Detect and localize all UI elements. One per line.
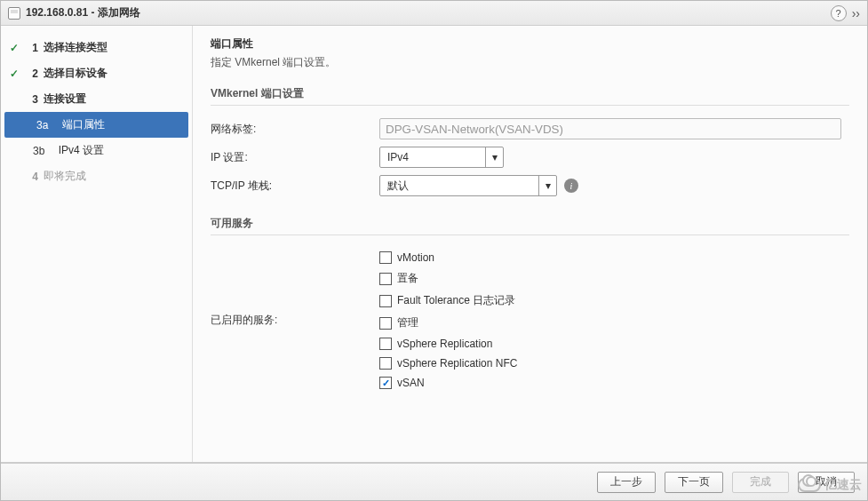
row-enabled-services: 已启用的服务: vMotion 置备 Fault Tolerance 日志 [211, 244, 849, 396]
step-label: 端口属性 [62, 117, 105, 132]
step-number: 1 [26, 42, 38, 54]
row-tcpip-stack: TCP/IP 堆栈: 默认 ▾ i [211, 171, 849, 200]
step-label: 连接设置 [44, 91, 86, 107]
tcpip-stack-select[interactable]: 默认 ▾ [379, 175, 557, 196]
service-ft: Fault Tolerance 日志记录 [379, 290, 849, 312]
chevron-down-icon: ▾ [485, 147, 503, 167]
step-ready-complete: ✓ 4 即将完成 [1, 163, 192, 189]
host-icon [8, 7, 20, 20]
page-description: 指定 VMkernel 端口设置。 [211, 55, 849, 70]
next-button[interactable]: 下一页 [665, 472, 723, 493]
info-icon[interactable]: i [564, 179, 578, 193]
step-number: 3b [33, 145, 44, 157]
label-enabled-services: 已启用的服务: [211, 313, 379, 328]
service-label: 置备 [397, 271, 418, 286]
titlebar: 192.168.0.81 - 添加网络 ? ›› [1, 1, 867, 26]
step-label: 选择连接类型 [44, 40, 108, 55]
service-mgmt: 管理 [379, 312, 849, 334]
page-title: 端口属性 [211, 36, 849, 52]
checkbox-ft[interactable] [379, 295, 392, 307]
service-vrnfc: vSphere Replication NFC [379, 354, 849, 373]
select-value: 默认 [380, 179, 538, 194]
label-network-label: 网络标签: [211, 122, 379, 137]
checkbox-vr[interactable] [379, 338, 392, 350]
service-label: Fault Tolerance 日志记录 [397, 293, 515, 308]
checkbox-vmotion[interactable] [379, 251, 392, 264]
row-network-label: 网络标签: [211, 115, 849, 143]
cancel-button[interactable]: 取消 [798, 472, 855, 493]
wizard-window: 192.168.0.81 - 添加网络 ? ›› ✓ 1 选择连接类型 ✓ 2 … [0, 0, 868, 501]
step-label: IPv4 设置 [59, 143, 104, 158]
wizard-footer: 上一步 下一页 完成 取消 [1, 463, 867, 500]
checkbox-mgmt[interactable] [379, 317, 392, 330]
label-tcpip-stack: TCP/IP 堆栈: [211, 179, 379, 194]
step-label: 选择目标设备 [44, 66, 108, 81]
checkbox-vsan[interactable] [379, 377, 392, 389]
section-services: 可用服务 [211, 212, 849, 235]
checkbox-provisioning[interactable] [379, 273, 392, 285]
ip-setting-select[interactable]: IPv4 ▾ [379, 147, 504, 168]
service-label: vSphere Replication NFC [397, 357, 517, 370]
step-number: 4 [26, 171, 38, 183]
service-vmotion: vMotion [379, 248, 849, 267]
expand-icon[interactable]: ›› [852, 6, 860, 20]
step-connection-settings[interactable]: ✓ 3 连接设置 [1, 86, 192, 112]
service-label: vSAN [397, 377, 425, 389]
finish-button: 完成 [732, 472, 789, 493]
step-ipv4-settings[interactable]: 3b IPv4 设置 [1, 138, 192, 163]
step-port-properties[interactable]: 3a 端口属性 [4, 112, 188, 138]
select-value: IPv4 [380, 151, 485, 163]
network-label-input [379, 118, 841, 139]
check-icon: ✓ [8, 68, 20, 80]
chevron-down-icon: ▾ [538, 176, 556, 195]
service-label: vSphere Replication [397, 338, 492, 350]
service-provisioning: 置备 [379, 267, 849, 290]
main-panel: 端口属性 指定 VMkernel 端口设置。 VMkernel 端口设置 网络标… [193, 26, 867, 462]
back-button[interactable]: 上一步 [597, 472, 656, 493]
step-connection-type[interactable]: ✓ 1 选择连接类型 [1, 35, 192, 60]
window-title: 192.168.0.81 - 添加网络 [26, 5, 140, 20]
wizard-steps-sidebar: ✓ 1 选择连接类型 ✓ 2 选择目标设备 ✓ 3 连接设置 3a 端口属性 3… [1, 26, 193, 462]
service-vr: vSphere Replication [379, 334, 849, 354]
step-label: 即将完成 [44, 169, 86, 184]
step-number: 3 [26, 93, 38, 106]
step-target-device[interactable]: ✓ 2 选择目标设备 [1, 60, 192, 86]
help-icon[interactable]: ? [831, 5, 847, 21]
step-number: 2 [26, 68, 38, 80]
service-vsan: vSAN [379, 373, 849, 393]
check-icon: ✓ [8, 42, 20, 54]
checkbox-vrnfc[interactable] [379, 357, 392, 370]
section-vmkernel: VMkernel 端口设置 [211, 83, 849, 106]
step-number: 3a [36, 119, 48, 131]
content-area: ✓ 1 选择连接类型 ✓ 2 选择目标设备 ✓ 3 连接设置 3a 端口属性 3… [1, 26, 867, 463]
service-label: 管理 [397, 315, 418, 330]
service-label: vMotion [397, 251, 434, 264]
label-ip-setting: IP 设置: [211, 150, 379, 165]
row-ip-settings: IP 设置: IPv4 ▾ [211, 143, 849, 171]
